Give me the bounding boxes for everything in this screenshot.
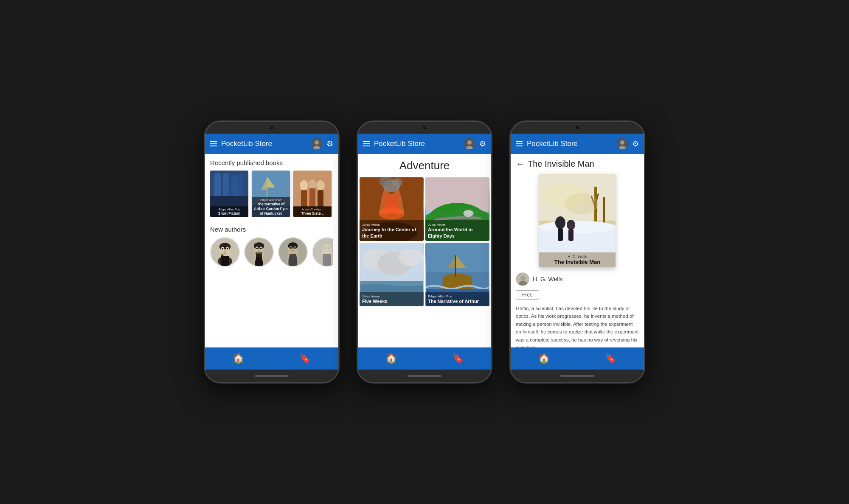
svg-point-56 — [292, 250, 294, 251]
app-bar-title-1: PocketLib Store — [221, 140, 307, 148]
grid-book-label-2: Jules Verne Around the World in Eighty D… — [425, 220, 489, 241]
grid-book-label-4: Edgar Allan Poe The Narrative of Arthur — [425, 292, 489, 306]
nav-home-1[interactable]: 🏠 — [205, 353, 272, 364]
detail-author-name: H. G. Wells — [533, 276, 563, 283]
app-bar-title-3: PocketLib Store — [527, 140, 613, 148]
phone-3-home-bar — [560, 375, 594, 377]
grid-author-3: Jules Verne — [362, 294, 421, 298]
svg-point-73 — [393, 178, 403, 187]
price-badge[interactable]: Free — [516, 290, 539, 300]
svg-point-40 — [254, 242, 264, 249]
svg-rect-37 — [221, 256, 229, 266]
hamburger-icon-2[interactable] — [363, 141, 370, 146]
back-arrow[interactable]: ← — [516, 159, 524, 169]
nav-home-2[interactable]: 🏠 — [358, 353, 424, 364]
phone-2: PocketLib Store ⚙ Adventure — [357, 120, 492, 384]
hamburger-icon-3[interactable] — [516, 141, 523, 146]
phone-2-home-bar — [408, 375, 441, 377]
app-bar-2: PocketLib Store ⚙ — [358, 134, 491, 154]
gear-icon-3[interactable]: ⚙ — [632, 139, 639, 148]
author-circle-3[interactable] — [278, 237, 308, 267]
avatar-icon-1[interactable] — [311, 138, 322, 149]
phone-1-camera — [270, 126, 274, 130]
book-title-3: Three Siste... — [295, 211, 330, 216]
book-row: Edgar Allan Poe Short Fiction — [210, 171, 333, 217]
nav-bookmark-1[interactable]: 🔖 — [272, 353, 338, 364]
phone-2-screen: PocketLib Store ⚙ Adventure — [358, 134, 491, 370]
nav-bookmark-3[interactable]: 🔖 — [577, 353, 644, 364]
book-card-2[interactable]: Edgar Allan Poe The Narrative of Arthur … — [252, 171, 290, 217]
detail-cover-label: H. G. Wells The Invisible Man — [539, 252, 616, 267]
detail-author-avatar — [516, 272, 529, 286]
svg-point-22 — [316, 180, 325, 190]
book-card-3[interactable]: Anton Chekho... Three Siste... — [293, 171, 332, 217]
detail-book-cover: H. G. Wells The Invisible Man — [539, 174, 616, 267]
phone-3-camera — [575, 126, 579, 130]
svg-point-45 — [260, 248, 262, 249]
svg-point-64 — [328, 247, 329, 249]
svg-point-20 — [309, 179, 316, 189]
phone-1-bottom — [205, 370, 338, 382]
phone-3: PocketLib Store ⚙ ← The Invisible Man — [509, 120, 645, 384]
book-label-1: Edgar Allan Poe Short Fiction — [210, 206, 248, 217]
adventure-title: Adventure — [358, 154, 491, 177]
authors-row — [210, 237, 333, 267]
gear-icon-2[interactable]: ⚙ — [479, 139, 486, 148]
book-author-3: Anton Chekho... — [295, 207, 330, 211]
svg-point-109 — [520, 276, 526, 281]
svg-point-63 — [324, 247, 326, 249]
svg-rect-21 — [309, 188, 315, 207]
author-circle-1[interactable] — [210, 237, 240, 267]
detail-page-title: The Invisible Man — [528, 159, 594, 169]
home-scroll[interactable]: Recently published books — [205, 154, 338, 272]
phones-container: PocketLib Store ⚙ Recently published boo… — [204, 120, 645, 384]
nav-home-3[interactable]: 🏠 — [511, 353, 577, 364]
svg-rect-87 — [455, 255, 456, 277]
avatar-icon-3[interactable] — [617, 138, 628, 149]
nav-bookmark-2[interactable]: 🔖 — [424, 353, 491, 364]
svg-point-78 — [464, 210, 474, 217]
book-card-1[interactable]: Edgar Allan Poe Short Fiction — [210, 171, 248, 217]
svg-rect-57 — [289, 254, 298, 266]
grid-title-3: Five Weeks — [362, 298, 421, 304]
grid-author-4: Edgar Allan Poe — [428, 294, 487, 298]
phone-3-bottom — [511, 370, 644, 382]
author-circle-2[interactable] — [244, 237, 274, 267]
adventure-scroll[interactable]: Adventure — [358, 154, 491, 308]
bottom-nav-1: 🏠 🔖 — [205, 347, 338, 370]
grid-book-1[interactable]: Jules Verne Journey to the Center of the… — [360, 177, 424, 241]
grid-title-1: Journey to the Center of the Earth — [362, 227, 421, 239]
gear-icon-1[interactable]: ⚙ — [326, 139, 333, 148]
svg-point-1 — [315, 140, 319, 145]
svg-rect-103 — [558, 228, 563, 241]
authors-title: New authors — [210, 226, 333, 233]
svg-rect-65 — [323, 254, 331, 266]
app-bar-title-2: PocketLib Store — [374, 140, 460, 148]
avatar-icon-2[interactable] — [464, 138, 475, 149]
svg-point-32 — [227, 248, 228, 250]
book-author-1: Edgar Allan Poe — [212, 207, 247, 211]
book-author-2: Edgar Allan Poe — [253, 198, 288, 202]
svg-rect-19 — [301, 190, 307, 207]
hamburger-icon[interactable] — [210, 141, 217, 146]
book-label-3: Anton Chekho... Three Siste... — [293, 206, 332, 217]
grid-book-4[interactable]: Edgar Allan Poe The Narrative of Arthur — [425, 243, 489, 306]
svg-rect-23 — [318, 190, 323, 207]
phone-3-screen: PocketLib Store ⚙ ← The Invisible Man — [511, 134, 644, 370]
svg-rect-10 — [267, 177, 267, 198]
book-title-1: Short Fiction — [212, 211, 247, 216]
svg-point-44 — [256, 248, 258, 249]
svg-point-31 — [222, 248, 223, 250]
detail-author-row: H. G. Wells — [516, 272, 639, 286]
svg-rect-105 — [568, 229, 573, 241]
book-label-2: Edgar Allan Poe The Narrative of Arthur … — [252, 197, 290, 217]
grid-book-2[interactable]: Jules Verne Around the World in Eighty D… — [425, 177, 489, 241]
bottom-nav-3: 🏠 🔖 — [511, 347, 644, 370]
svg-point-101 — [539, 221, 616, 233]
author-circle-4[interactable] — [312, 237, 333, 267]
grid-book-3[interactable]: Jules Verne Five Weeks — [360, 243, 424, 306]
detail-cover-title-text: The Invisible Man — [543, 259, 612, 265]
detail-scroll[interactable]: ← The Invisible Man — [511, 154, 644, 347]
app-bar-1: PocketLib Store ⚙ — [205, 134, 338, 154]
svg-point-18 — [300, 180, 308, 190]
